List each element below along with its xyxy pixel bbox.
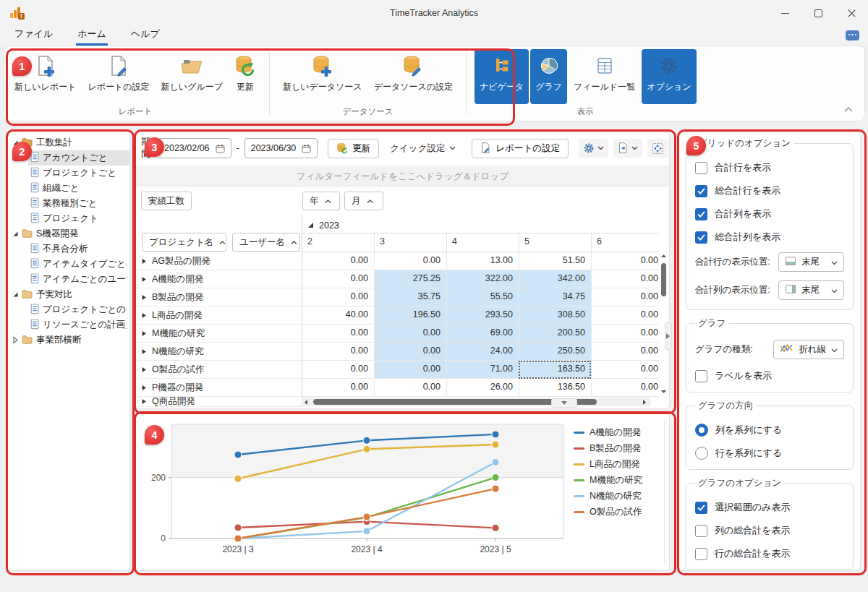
pivot-cell[interactable]: 136.50	[519, 379, 591, 397]
option-select[interactable]: 末尾	[778, 280, 844, 300]
pivot-cell[interactable]: 0.00	[302, 343, 374, 361]
tree-expander[interactable]	[11, 291, 20, 298]
pivot-cell[interactable]: 0.00	[302, 361, 374, 379]
pivot-cell[interactable]: 322.00	[446, 270, 519, 288]
tree-item[interactable]: 業務種別ごと	[7, 196, 129, 211]
pivot-column-group-header[interactable]: 2023	[302, 215, 659, 233]
date-to-input[interactable]: 2023/06/30	[244, 138, 318, 158]
pivot-cell[interactable]: 196.50	[374, 306, 446, 325]
ribbon-button[interactable]: ナビゲータ	[475, 49, 529, 104]
pivot-cell[interactable]: 0.00	[591, 325, 659, 343]
pivot-column-header[interactable]: 6	[591, 233, 659, 252]
vertical-scrollbar-thumb[interactable]	[661, 263, 666, 296]
date-from-input[interactable]: 2023/02/06	[158, 138, 231, 158]
pivot-cell[interactable]: 200.50	[519, 325, 591, 343]
pivot-cell[interactable]: 24.00	[446, 343, 519, 361]
pivot-cell[interactable]: 13.00	[446, 252, 519, 270]
menu-item-file[interactable]: ファイル	[13, 26, 54, 46]
option-checkbox[interactable]: 総合計列を表示	[695, 231, 844, 244]
pivot-cell[interactable]: 0.00	[591, 361, 659, 379]
option-checkbox[interactable]: 合計行を表示	[695, 161, 844, 174]
pivot-cell[interactable]: 0.00	[302, 325, 374, 343]
quick-settings-dropdown[interactable]: クイック設定	[384, 139, 461, 158]
pivot-cell[interactable]: 0.00	[374, 361, 446, 379]
option-checkbox[interactable]: ラベルを表示	[695, 369, 844, 382]
pivot-row-header[interactable]: AG製品の開発	[135, 252, 302, 270]
refresh-button[interactable]: 更新	[328, 139, 379, 158]
tree-item[interactable]: プロジェクトごと	[7, 166, 129, 181]
option-checkbox[interactable]: 行の総合計を表示	[695, 547, 844, 560]
ribbon-button[interactable]: 新しいレポート	[9, 49, 81, 104]
ribbon-button[interactable]: オプション	[642, 49, 696, 104]
option-checkbox[interactable]: 列の総合計を表示	[695, 524, 844, 537]
pivot-row-header[interactable]: A機能の開発	[135, 270, 302, 288]
pivot-cell[interactable]: 0.00	[591, 379, 659, 397]
column-field-chip-month[interactable]: 月	[344, 192, 383, 210]
option-checkbox[interactable]: 選択範囲のみ表示	[695, 501, 844, 514]
pivot-column-header[interactable]: 3	[374, 233, 446, 252]
pivot-row-header[interactable]: P機器の開発	[135, 379, 302, 397]
minimize-button[interactable]	[768, 0, 801, 26]
pivot-cell[interactable]: 26.00	[446, 379, 519, 397]
feedback-bubble-icon[interactable]	[846, 30, 859, 40]
tree-item[interactable]: 不具合分析	[7, 241, 129, 257]
pivot-cell[interactable]: 0.00	[302, 270, 374, 288]
data-field-chip[interactable]: 実績工数	[141, 192, 192, 210]
ribbon-button[interactable]: 新しいデータソース	[278, 49, 367, 104]
pivot-row-header-partial[interactable]: Q商品開発	[135, 397, 302, 407]
scrollbar-up-button[interactable]	[659, 252, 668, 262]
pivot-cell[interactable]: 0.00	[591, 252, 659, 270]
pivot-cell[interactable]: 40.00	[302, 306, 374, 325]
pivot-cell[interactable]: 0.00	[591, 270, 659, 288]
tree-item[interactable]: アカウントごと	[7, 150, 129, 166]
close-button[interactable]	[835, 0, 868, 26]
maximize-button[interactable]	[801, 0, 835, 26]
menu-item-home[interactable]: ホーム	[76, 26, 108, 46]
pivot-cell[interactable]: 34.75	[519, 288, 591, 306]
ribbon-button[interactable]: 更新	[229, 49, 261, 104]
pivot-cell[interactable]: 0.00	[591, 288, 659, 306]
ribbon-button[interactable]: フィールド一覧	[569, 49, 640, 104]
tree-folder[interactable]: 事業部横断	[7, 333, 129, 348]
option-radio[interactable]: 列を系列にする	[695, 424, 844, 437]
tree-expander[interactable]	[11, 140, 20, 146]
pivot-cell[interactable]: 55.50	[446, 288, 519, 306]
export-dropdown[interactable]	[613, 139, 642, 158]
ribbon-button[interactable]: レポートの設定	[82, 49, 154, 104]
settings-gear-dropdown[interactable]	[579, 139, 608, 158]
pivot-row-header[interactable]: B製品の開発	[135, 288, 302, 306]
tree-item[interactable]: プロジェクト	[7, 211, 129, 226]
pivot-cell[interactable]: 71.00	[446, 361, 519, 379]
tree-folder[interactable]: S機器開発	[7, 226, 129, 241]
pivot-column-header[interactable]: 4	[446, 233, 519, 252]
ribbon-button[interactable]: データソースの設定	[369, 49, 458, 104]
report-settings-button[interactable]: レポートの設定	[472, 139, 569, 158]
tree-expander[interactable]	[11, 231, 20, 237]
pivot-cell[interactable]: 308.50	[519, 306, 591, 325]
pivot-cell[interactable]: 0.00	[302, 379, 374, 397]
option-select[interactable]: 折れ線	[773, 340, 844, 359]
menu-item-help[interactable]: ヘルプ	[129, 26, 161, 46]
tree-item[interactable]: 組織ごと	[7, 181, 129, 196]
scrollbar-right-button[interactable]	[641, 398, 650, 406]
pivot-cell[interactable]: 35.75	[374, 288, 446, 306]
pivot-cell[interactable]: 69.00	[446, 325, 519, 343]
option-select[interactable]: 末尾	[778, 252, 844, 272]
option-radio[interactable]: 行を系列にする	[695, 447, 844, 460]
tree-folder[interactable]: 工数集計	[7, 135, 129, 150]
pivot-cell[interactable]: 0.00	[374, 325, 446, 343]
scrollbar-down-button[interactable]	[659, 388, 668, 398]
tree-expander[interactable]	[11, 336, 20, 344]
pivot-row-header[interactable]: N機能の研究	[135, 343, 302, 361]
pivot-cell[interactable]: 0.00	[591, 343, 659, 361]
pivot-cell[interactable]: 0.00	[374, 379, 446, 397]
pivot-cell[interactable]: 51.50	[519, 252, 591, 270]
fit-to-window-button[interactable]	[647, 139, 668, 158]
pivot-column-header[interactable]: 2	[302, 233, 374, 252]
tree-folder[interactable]: 予実対比	[7, 287, 129, 302]
column-field-chip-year[interactable]: 年	[302, 192, 340, 210]
scrollbar-left-button[interactable]	[302, 398, 311, 406]
panel-splitter-handle[interactable]	[665, 322, 672, 350]
pivot-cell[interactable]: 0.00	[302, 288, 374, 306]
pivot-cell[interactable]: 0.00	[591, 306, 659, 325]
